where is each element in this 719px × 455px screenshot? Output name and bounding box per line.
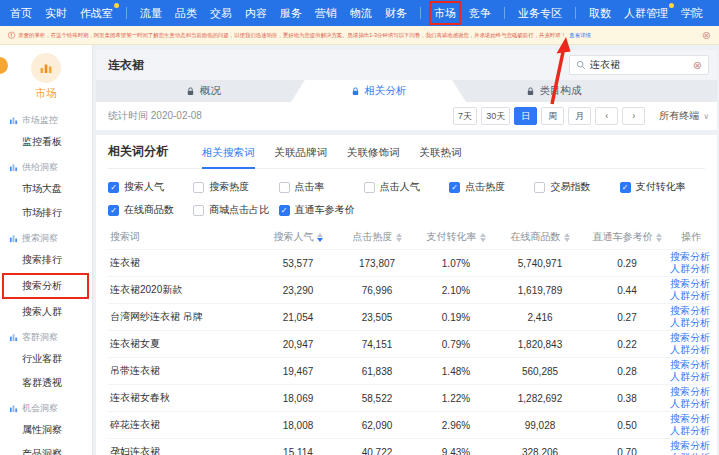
keyword-searchbox[interactable]: ⊗ — [569, 55, 709, 75]
sidebar-item-市场排行[interactable]: 市场排行 — [0, 201, 92, 225]
date-button-30天[interactable]: 30天 — [481, 107, 510, 125]
value-cell: 18,069 — [258, 393, 338, 404]
checkbox-checked-icon[interactable]: ✓ — [279, 205, 290, 216]
prev-period-button[interactable]: ‹ — [595, 107, 618, 125]
column-header-支付转化率[interactable]: 支付转化率 — [416, 230, 496, 244]
checkbox-unchecked-icon[interactable] — [193, 182, 204, 193]
keyword-search-input[interactable] — [590, 60, 689, 71]
checkbox-checked-icon[interactable]: ✓ — [620, 182, 631, 193]
terminal-dropdown[interactable]: 所有终端 ∨ — [659, 109, 709, 123]
action-link-搜索分析[interactable]: 搜索分析 — [670, 278, 710, 290]
metric-直通车参考价[interactable]: ✓直通车参考价 — [279, 203, 364, 217]
column-header-直通车参考价[interactable]: 直通车参考价 — [584, 230, 670, 244]
column-header-点击热度[interactable]: 点击热度 — [338, 230, 416, 244]
checkbox-checked-icon[interactable]: ✓ — [108, 182, 119, 193]
keyword-cell: 台湾网纱连衣裙 吊牌 — [108, 310, 258, 324]
sidebar-item-搜索分析[interactable]: 搜索分析 — [2, 273, 89, 299]
action-link-搜索分析[interactable]: 搜索分析 — [670, 359, 710, 371]
nav-item-首页[interactable]: 首页 — [10, 6, 32, 20]
nav-item-财务[interactable]: 财务 — [385, 6, 407, 20]
mini-chart-icon — [9, 333, 18, 342]
tab-相关分析[interactable]: 相关分析 — [291, 80, 466, 102]
checkbox-unchecked-icon[interactable] — [364, 182, 375, 193]
metric-点击人气[interactable]: 点击人气 — [364, 180, 449, 194]
column-header-label: 在线商品数 — [511, 230, 561, 244]
analysis-tab-关联热词[interactable]: 关联热词 — [420, 146, 462, 168]
notice-detail-link[interactable]: 查看详情 — [569, 31, 591, 39]
sort-icons[interactable] — [396, 233, 402, 242]
sort-icons[interactable] — [480, 233, 486, 242]
nav-item-营销[interactable]: 营销 — [315, 6, 337, 20]
action-link-搜索分析[interactable]: 搜索分析 — [670, 332, 710, 344]
action-link-搜索分析[interactable]: 搜索分析 — [670, 413, 710, 425]
action-link-搜索分析[interactable]: 搜索分析 — [670, 305, 710, 317]
sort-icons[interactable] — [656, 233, 662, 242]
column-header-搜索人气[interactable]: 搜索人气 — [258, 230, 338, 244]
checkbox-checked-icon[interactable]: ✓ — [108, 205, 119, 216]
value-cell: 20,947 — [258, 339, 338, 350]
sidebar-item-市场大盘[interactable]: 市场大盘 — [0, 177, 92, 201]
checkbox-unchecked-icon[interactable] — [279, 182, 290, 193]
nav-item-物流[interactable]: 物流 — [350, 6, 372, 20]
nav-item-服务[interactable]: 服务 — [280, 6, 302, 20]
action-link-搜索分析[interactable]: 搜索分析 — [670, 440, 710, 452]
metric-点击率[interactable]: 点击率 — [279, 180, 364, 194]
clear-search-icon[interactable]: ⊗ — [693, 60, 702, 71]
checkbox-checked-icon[interactable]: ✓ — [449, 182, 460, 193]
analysis-tab-相关搜索词[interactable]: 相关搜索词 — [202, 146, 255, 168]
sidebar-item-监控看板[interactable]: 监控看板 — [0, 130, 92, 154]
metric-点击热度[interactable]: ✓点击热度 — [449, 180, 534, 194]
action-link-人群分析[interactable]: 人群分析 — [670, 398, 710, 410]
sort-icons[interactable] — [317, 233, 323, 242]
nav-item-交易[interactable]: 交易 — [210, 6, 232, 20]
nav-item-实时[interactable]: 实时 — [45, 6, 67, 20]
date-button-月[interactable]: 月 — [568, 107, 591, 125]
action-link-人群分析[interactable]: 人群分析 — [670, 290, 710, 302]
notice-close-icon[interactable]: ⊗ — [702, 30, 711, 41]
action-cell: 搜索分析人群分析 — [670, 251, 714, 275]
next-period-button[interactable]: › — [622, 107, 645, 125]
tab-类目构成[interactable]: 类目构成 — [466, 80, 641, 102]
metric-交易指数[interactable]: 交易指数 — [534, 180, 619, 194]
nav-item-人群管理[interactable]: 人群管理 — [624, 6, 668, 20]
notification-dot-icon — [114, 3, 119, 8]
nav-item-作战室[interactable]: 作战室 — [80, 6, 113, 20]
nav-item-竞争[interactable]: 竞争 — [469, 6, 491, 20]
action-link-人群分析[interactable]: 人群分析 — [670, 344, 710, 356]
tab-概况[interactable]: 概况 — [116, 80, 291, 102]
sidebar-item-产品洞察[interactable]: 产品洞察 — [0, 442, 92, 455]
date-button-日[interactable]: 日 — [514, 107, 537, 125]
metric-支付转化率[interactable]: ✓支付转化率 — [620, 180, 705, 194]
analysis-tab-关联修饰词[interactable]: 关联修饰词 — [347, 146, 400, 168]
analysis-tab-关联品牌词[interactable]: 关联品牌词 — [275, 146, 328, 168]
checkbox-unchecked-icon[interactable] — [534, 182, 545, 193]
sidebar-item-行业客群[interactable]: 行业客群 — [0, 347, 92, 371]
action-link-搜索分析[interactable]: 搜索分析 — [670, 386, 710, 398]
sidebar-item-属性洞察[interactable]: 属性洞察 — [0, 418, 92, 442]
column-header-在线商品数[interactable]: 在线商品数 — [496, 230, 584, 244]
action-link-人群分析[interactable]: 人群分析 — [670, 263, 710, 275]
value-cell: 0.28 — [584, 366, 670, 377]
date-button-7天[interactable]: 7天 — [453, 107, 477, 125]
sort-icons[interactable] — [564, 233, 570, 242]
nav-item-市场[interactable]: 市场 — [434, 6, 456, 20]
nav-item-取数[interactable]: 取数 — [589, 6, 611, 20]
nav-item-品类[interactable]: 品类 — [175, 6, 197, 20]
metric-在线商品数[interactable]: ✓在线商品数 — [108, 203, 193, 217]
sidebar-item-搜索排行[interactable]: 搜索排行 — [0, 248, 92, 272]
action-link-人群分析[interactable]: 人群分析 — [670, 371, 710, 383]
nav-item-内容[interactable]: 内容 — [245, 6, 267, 20]
checkbox-unchecked-icon[interactable] — [193, 205, 204, 216]
metric-搜索人气[interactable]: ✓搜索人气 — [108, 180, 193, 194]
date-button-周[interactable]: 周 — [541, 107, 564, 125]
action-link-搜索分析[interactable]: 搜索分析 — [670, 251, 710, 263]
sidebar-item-客群透视[interactable]: 客群透视 — [0, 371, 92, 395]
metric-搜索热度[interactable]: 搜索热度 — [193, 180, 278, 194]
nav-item-学院[interactable]: 学院 — [681, 6, 703, 20]
metric-商城点击占比[interactable]: 商城点击占比 — [193, 203, 278, 217]
action-link-人群分析[interactable]: 人群分析 — [670, 317, 710, 329]
action-link-人群分析[interactable]: 人群分析 — [670, 425, 710, 437]
nav-item-流量[interactable]: 流量 — [140, 6, 162, 20]
nav-item-业务专区[interactable]: 业务专区 — [518, 6, 562, 20]
sidebar-item-搜索人群[interactable]: 搜索人群 — [0, 300, 92, 324]
